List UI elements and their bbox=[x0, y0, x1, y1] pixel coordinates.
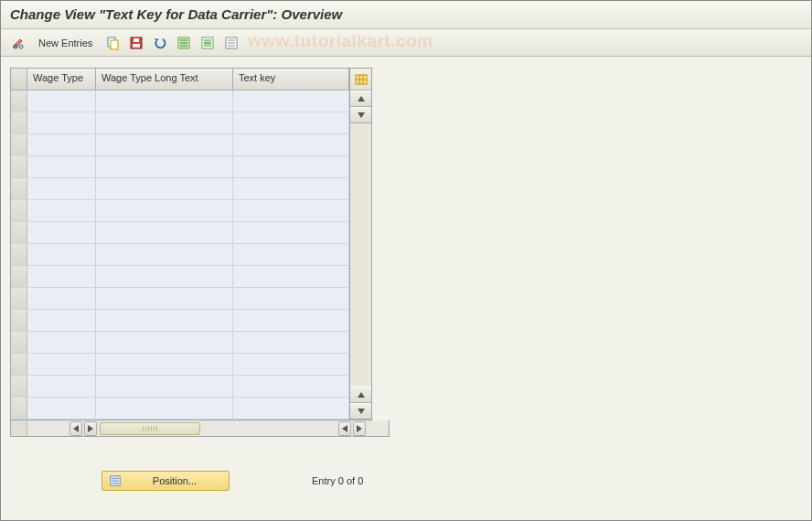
cell-wage-type[interactable] bbox=[27, 200, 96, 221]
cell-text-key[interactable] bbox=[233, 90, 349, 112]
configure-columns-button[interactable] bbox=[350, 69, 371, 90]
cell-long-text[interactable] bbox=[96, 266, 233, 287]
cell-text-key[interactable] bbox=[233, 156, 349, 177]
chevron-right-icon bbox=[88, 425, 93, 432]
col-header-long-text[interactable]: Wage Type Long Text bbox=[96, 69, 233, 90]
cell-text-key[interactable] bbox=[233, 244, 349, 265]
cell-long-text[interactable] bbox=[96, 112, 233, 133]
cell-long-text[interactable] bbox=[96, 134, 233, 155]
copy-button[interactable] bbox=[102, 34, 123, 52]
scroll-down-bottom-button[interactable] bbox=[350, 403, 371, 420]
cell-wage-type[interactable] bbox=[27, 222, 96, 243]
cell-text-key[interactable] bbox=[233, 354, 349, 375]
position-button[interactable]: Position... bbox=[102, 471, 230, 491]
cell-long-text[interactable] bbox=[96, 288, 233, 309]
row-selector[interactable] bbox=[11, 200, 27, 221]
row-selector[interactable] bbox=[11, 178, 27, 199]
scroll-left-end-button[interactable] bbox=[338, 421, 351, 436]
cell-long-text[interactable] bbox=[96, 90, 233, 112]
scroll-up-bottom-button[interactable] bbox=[350, 387, 371, 403]
table-row bbox=[11, 288, 349, 310]
cell-wage-type[interactable] bbox=[27, 112, 96, 133]
row-selector[interactable] bbox=[11, 310, 27, 331]
cell-long-text[interactable] bbox=[96, 332, 233, 353]
select-all-button[interactable] bbox=[174, 34, 194, 52]
row-selector[interactable] bbox=[11, 288, 27, 309]
cell-wage-type[interactable] bbox=[27, 156, 96, 177]
cell-text-key[interactable] bbox=[233, 266, 349, 287]
title-bar: Change View "Text Key for Data Carrier":… bbox=[1, 1, 811, 29]
row-selector[interactable] bbox=[11, 90, 27, 112]
row-selector[interactable] bbox=[11, 266, 27, 287]
cell-long-text[interactable] bbox=[96, 178, 233, 199]
deselect-all-button[interactable] bbox=[221, 34, 241, 52]
row-selector-header[interactable] bbox=[11, 69, 27, 90]
scroll-track[interactable] bbox=[350, 123, 371, 387]
cell-long-text[interactable] bbox=[96, 222, 233, 243]
svg-rect-5 bbox=[134, 38, 139, 42]
scroll-left-button[interactable] bbox=[69, 421, 82, 436]
row-selector[interactable] bbox=[11, 134, 27, 155]
cell-wage-type[interactable] bbox=[27, 310, 96, 331]
grip-icon bbox=[143, 426, 157, 431]
cell-long-text[interactable] bbox=[96, 354, 233, 375]
row-selector[interactable] bbox=[11, 156, 27, 177]
cell-text-key[interactable] bbox=[233, 134, 349, 155]
save-button[interactable] bbox=[126, 34, 146, 52]
cell-text-key[interactable] bbox=[233, 398, 349, 419]
cell-wage-type[interactable] bbox=[27, 90, 96, 112]
cell-wage-type[interactable] bbox=[27, 376, 96, 397]
chevron-down-icon bbox=[358, 112, 365, 118]
row-selector[interactable] bbox=[11, 398, 27, 419]
cell-wage-type[interactable] bbox=[27, 178, 96, 199]
row-selector[interactable] bbox=[11, 354, 27, 375]
table-row bbox=[11, 398, 349, 420]
cell-long-text[interactable] bbox=[96, 156, 233, 177]
col-header-wage-type[interactable]: Wage Type bbox=[27, 69, 96, 90]
hscroll-thumb[interactable] bbox=[100, 422, 200, 435]
row-selector[interactable] bbox=[11, 332, 27, 353]
col-header-text-key[interactable]: Text key bbox=[233, 69, 349, 90]
diskette-icon bbox=[129, 36, 144, 50]
row-selector[interactable] bbox=[11, 112, 27, 133]
table-row bbox=[11, 266, 349, 288]
cell-text-key[interactable] bbox=[233, 222, 349, 243]
cell-wage-type[interactable] bbox=[27, 244, 96, 265]
cell-long-text[interactable] bbox=[96, 244, 233, 265]
cell-wage-type[interactable] bbox=[27, 354, 96, 375]
copy-icon bbox=[105, 36, 120, 50]
cell-text-key[interactable] bbox=[233, 178, 349, 199]
cell-long-text[interactable] bbox=[96, 310, 233, 331]
row-selector[interactable] bbox=[11, 222, 27, 243]
cell-wage-type[interactable] bbox=[27, 288, 96, 309]
cell-long-text[interactable] bbox=[96, 200, 233, 221]
undo-button[interactable] bbox=[150, 34, 170, 52]
row-selector[interactable] bbox=[11, 376, 27, 397]
cell-text-key[interactable] bbox=[233, 376, 349, 397]
scroll-right-button[interactable] bbox=[84, 421, 97, 436]
cell-long-text[interactable] bbox=[96, 376, 233, 397]
toggle-edit-button[interactable] bbox=[8, 34, 28, 52]
cell-wage-type[interactable] bbox=[27, 398, 96, 419]
cell-long-text[interactable] bbox=[96, 398, 233, 419]
scroll-right-end-button[interactable] bbox=[353, 421, 366, 436]
scroll-up-button[interactable] bbox=[350, 90, 371, 107]
cell-wage-type[interactable] bbox=[27, 332, 96, 353]
new-entries-button[interactable]: New Entries bbox=[32, 34, 99, 52]
cell-text-key[interactable] bbox=[233, 310, 349, 331]
cell-text-key[interactable] bbox=[233, 332, 349, 353]
table-row bbox=[11, 376, 349, 398]
table-row bbox=[11, 244, 349, 266]
select-block-button[interactable] bbox=[198, 34, 218, 52]
cell-wage-type[interactable] bbox=[27, 134, 96, 155]
cell-text-key[interactable] bbox=[233, 200, 349, 221]
row-selector[interactable] bbox=[11, 244, 27, 265]
svg-rect-3 bbox=[111, 40, 118, 49]
cell-text-key[interactable] bbox=[233, 112, 349, 133]
select-block-icon bbox=[200, 36, 215, 50]
table-row bbox=[11, 222, 349, 244]
scroll-down-button[interactable] bbox=[350, 107, 371, 123]
position-label: Position... bbox=[124, 475, 225, 486]
cell-wage-type[interactable] bbox=[27, 266, 96, 287]
cell-text-key[interactable] bbox=[233, 288, 349, 309]
